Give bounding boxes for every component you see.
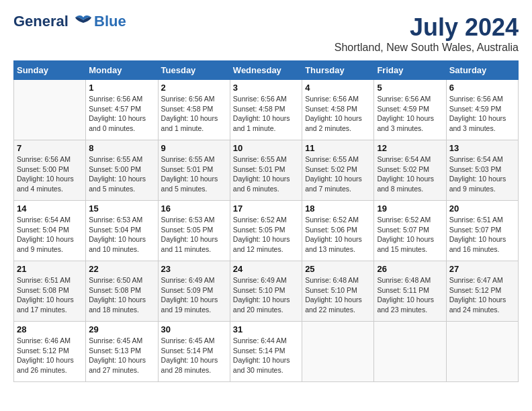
logo-bird-icon [74,15,93,30]
day-info: Sunrise: 6:56 AM Sunset: 4:58 PM Dayligh… [161,94,227,134]
title-block: July 2024 Shortland, New South Wales, Au… [335,13,519,54]
calendar-cell: 15Sunrise: 6:53 AM Sunset: 5:04 PM Dayli… [86,201,158,261]
day-number: 10 [233,143,299,153]
calendar-week-row: 7Sunrise: 6:56 AM Sunset: 5:00 PM Daylig… [14,140,519,201]
day-info: Sunrise: 6:48 AM Sunset: 5:11 PM Dayligh… [377,275,443,315]
day-number: 1 [89,83,154,93]
day-info: Sunrise: 6:47 AM Sunset: 5:12 PM Dayligh… [449,275,515,315]
calendar-cell: 13Sunrise: 6:54 AM Sunset: 5:03 PM Dayli… [446,140,518,201]
day-info: Sunrise: 6:46 AM Sunset: 5:12 PM Dayligh… [17,336,83,375]
calendar-cell: 17Sunrise: 6:52 AM Sunset: 5:05 PM Dayli… [230,201,302,261]
calendar-cell: 20Sunrise: 6:51 AM Sunset: 5:07 PM Dayli… [446,201,518,261]
day-number: 29 [89,324,154,334]
day-number: 22 [89,264,154,274]
day-number: 11 [305,143,371,153]
calendar-cell: 29Sunrise: 6:45 AM Sunset: 5:13 PM Dayli… [86,322,158,382]
calendar-cell: 4Sunrise: 6:56 AM Sunset: 4:58 PM Daylig… [302,80,374,140]
day-info: Sunrise: 6:45 AM Sunset: 5:14 PM Dayligh… [161,336,227,375]
day-number: 3 [233,83,299,93]
weekday-header-thursday: Thursday [302,61,374,80]
weekday-header-monday: Monday [86,61,158,80]
weekday-header-wednesday: Wednesday [230,61,302,80]
day-info: Sunrise: 6:55 AM Sunset: 5:01 PM Dayligh… [233,154,299,194]
calendar-cell [374,322,446,382]
calendar-cell: 21Sunrise: 6:51 AM Sunset: 5:08 PM Dayli… [14,261,86,322]
calendar-cell: 12Sunrise: 6:54 AM Sunset: 5:02 PM Dayli… [374,140,446,201]
day-number: 6 [449,83,515,93]
day-info: Sunrise: 6:51 AM Sunset: 5:08 PM Dayligh… [17,275,83,315]
day-number: 9 [161,143,227,153]
day-number: 18 [305,203,371,214]
calendar-cell: 19Sunrise: 6:52 AM Sunset: 5:07 PM Dayli… [374,201,446,261]
weekday-header-sunday: Sunday [14,61,86,80]
calendar-cell: 6Sunrise: 6:56 AM Sunset: 4:59 PM Daylig… [446,80,518,140]
calendar-cell: 22Sunrise: 6:50 AM Sunset: 5:08 PM Dayli… [86,261,158,322]
month-year-title: July 2024 [335,13,519,42]
day-info: Sunrise: 6:56 AM Sunset: 5:00 PM Dayligh… [17,154,83,194]
calendar-week-row: 21Sunrise: 6:51 AM Sunset: 5:08 PM Dayli… [14,261,519,322]
day-number: 17 [233,203,299,214]
calendar-cell: 31Sunrise: 6:44 AM Sunset: 5:14 PM Dayli… [230,322,302,382]
logo: General Blue [13,13,126,30]
page-header: General Blue July 2024 Shortland, New So… [13,13,519,54]
calendar-cell: 7Sunrise: 6:56 AM Sunset: 5:00 PM Daylig… [14,140,86,201]
day-info: Sunrise: 6:52 AM Sunset: 5:05 PM Dayligh… [233,215,299,255]
day-number: 27 [449,264,515,274]
day-info: Sunrise: 6:55 AM Sunset: 5:02 PM Dayligh… [305,154,371,194]
day-number: 13 [449,143,515,153]
day-info: Sunrise: 6:49 AM Sunset: 5:10 PM Dayligh… [233,275,299,315]
day-number: 16 [161,203,227,214]
day-info: Sunrise: 6:56 AM Sunset: 4:58 PM Dayligh… [305,94,371,134]
day-number: 19 [377,203,443,214]
day-number: 26 [377,264,443,274]
day-number: 24 [233,264,299,274]
day-number: 4 [305,83,371,93]
calendar-cell: 27Sunrise: 6:47 AM Sunset: 5:12 PM Dayli… [446,261,518,322]
calendar-cell [14,80,86,140]
calendar-cell: 14Sunrise: 6:54 AM Sunset: 5:04 PM Dayli… [14,201,86,261]
day-number: 21 [17,264,83,274]
day-info: Sunrise: 6:54 AM Sunset: 5:04 PM Dayligh… [17,215,83,255]
day-number: 23 [161,264,227,274]
day-info: Sunrise: 6:55 AM Sunset: 5:00 PM Dayligh… [89,154,154,194]
day-number: 12 [377,143,443,153]
day-info: Sunrise: 6:48 AM Sunset: 5:10 PM Dayligh… [305,275,371,315]
calendar-week-row: 14Sunrise: 6:54 AM Sunset: 5:04 PM Dayli… [14,201,519,261]
calendar-cell: 16Sunrise: 6:53 AM Sunset: 5:05 PM Dayli… [158,201,230,261]
day-info: Sunrise: 6:54 AM Sunset: 5:02 PM Dayligh… [377,154,443,194]
calendar-cell: 18Sunrise: 6:52 AM Sunset: 5:06 PM Dayli… [302,201,374,261]
day-info: Sunrise: 6:56 AM Sunset: 4:59 PM Dayligh… [377,94,443,134]
day-number: 8 [89,143,154,153]
logo-text: General [13,13,69,30]
calendar-table: SundayMondayTuesdayWednesdayThursdayFrid… [13,60,519,382]
day-info: Sunrise: 6:45 AM Sunset: 5:13 PM Dayligh… [89,336,154,375]
day-number: 30 [161,324,227,334]
calendar-cell: 2Sunrise: 6:56 AM Sunset: 4:58 PM Daylig… [158,80,230,140]
calendar-cell: 1Sunrise: 6:56 AM Sunset: 4:57 PM Daylig… [86,80,158,140]
day-info: Sunrise: 6:55 AM Sunset: 5:01 PM Dayligh… [161,154,227,194]
day-number: 25 [305,264,371,274]
calendar-cell [446,322,518,382]
logo-blue-text: Blue [94,13,126,30]
calendar-cell: 10Sunrise: 6:55 AM Sunset: 5:01 PM Dayli… [230,140,302,201]
day-number: 14 [17,203,83,214]
calendar-week-row: 28Sunrise: 6:46 AM Sunset: 5:12 PM Dayli… [14,322,519,382]
location-subtitle: Shortland, New South Wales, Australia [335,42,519,54]
day-info: Sunrise: 6:49 AM Sunset: 5:09 PM Dayligh… [161,275,227,315]
day-number: 20 [449,203,515,214]
day-info: Sunrise: 6:54 AM Sunset: 5:03 PM Dayligh… [449,154,515,194]
weekday-header-tuesday: Tuesday [158,61,230,80]
day-info: Sunrise: 6:53 AM Sunset: 5:05 PM Dayligh… [161,215,227,255]
day-number: 5 [377,83,443,93]
weekday-header-saturday: Saturday [446,61,518,80]
day-number: 7 [17,143,83,153]
calendar-cell: 30Sunrise: 6:45 AM Sunset: 5:14 PM Dayli… [158,322,230,382]
calendar-cell [302,322,374,382]
calendar-cell: 3Sunrise: 6:56 AM Sunset: 4:58 PM Daylig… [230,80,302,140]
day-number: 31 [233,324,299,334]
day-info: Sunrise: 6:56 AM Sunset: 4:57 PM Dayligh… [89,94,154,134]
weekday-header-row: SundayMondayTuesdayWednesdayThursdayFrid… [14,61,519,80]
calendar-cell: 28Sunrise: 6:46 AM Sunset: 5:12 PM Dayli… [14,322,86,382]
calendar-cell: 25Sunrise: 6:48 AM Sunset: 5:10 PM Dayli… [302,261,374,322]
day-info: Sunrise: 6:56 AM Sunset: 4:59 PM Dayligh… [449,94,515,134]
